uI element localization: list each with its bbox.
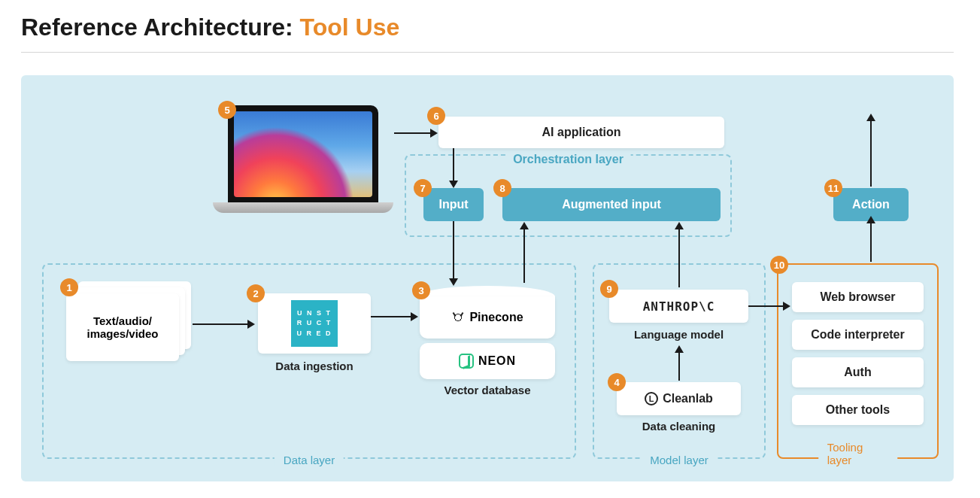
cleanlab-logo: L Cleanlab xyxy=(645,392,713,405)
data-ingestion-caption: Data ingestion xyxy=(258,360,371,372)
orchestration-layer-label: Orchestration layer xyxy=(505,153,631,166)
augmented-input-box: Augmented input xyxy=(502,188,721,221)
pinecone-label: Pinecone xyxy=(469,311,523,324)
badge-8: 8 xyxy=(493,179,511,197)
badge-4: 4 xyxy=(608,373,626,391)
title-prefix: Reference Architecture: xyxy=(21,14,300,41)
badge-2: 2 xyxy=(247,284,265,302)
language-model-box: ANTHROP\C xyxy=(609,290,748,323)
other-tools-box: Other tools xyxy=(792,395,924,425)
arrow-input-to-db xyxy=(453,221,454,280)
arrowhead-action-up xyxy=(866,114,875,121)
neon-mark-icon xyxy=(459,354,474,369)
action-label: Action xyxy=(852,198,890,211)
media-docs-label: Text/audio/ images/video xyxy=(86,314,158,340)
arrow-cleaning-to-lm xyxy=(678,352,680,381)
web-browser-label: Web browser xyxy=(820,290,895,304)
cleanlab-mark-icon: L xyxy=(645,392,658,405)
arrow-lm-to-aug xyxy=(678,229,680,287)
unstructured-logo-l1: U N S T xyxy=(297,308,332,319)
arrowhead-docs-to-ingestion xyxy=(247,320,255,329)
badge-10: 10 xyxy=(770,256,788,274)
arrow-db-to-aug xyxy=(523,229,525,283)
data-layer-label: Data layer xyxy=(275,454,344,466)
auth-box: Auth xyxy=(792,357,924,387)
ai-application-box: AI application xyxy=(438,117,724,148)
title-underline xyxy=(21,52,954,53)
arrowhead-input-to-db xyxy=(449,278,458,286)
arrowhead-lm-to-aug xyxy=(675,222,684,229)
arrowhead-app-to-input xyxy=(449,181,458,188)
pinecone-logo: Pinecone xyxy=(451,311,523,324)
tooling-layer-label: Tooling layer xyxy=(818,441,898,466)
pinecone-mark-icon xyxy=(451,311,465,324)
arrowhead-lm-to-tooling xyxy=(783,302,790,311)
badge-7: 7 xyxy=(414,179,432,197)
code-interpreter-box: Code interpreter xyxy=(792,320,924,350)
vector-database-stack: Pinecone NEON xyxy=(420,286,555,379)
diagram-canvas: Orchestration layer Data layer Model lay… xyxy=(21,75,954,481)
anthropic-logo: ANTHROP\C xyxy=(643,299,715,314)
badge-6: 6 xyxy=(427,107,445,125)
ai-application-label: AI application xyxy=(542,126,621,139)
arrow-docs-to-ingestion xyxy=(193,323,249,325)
web-browser-box: Web browser xyxy=(792,282,924,312)
arrowhead-tooling-to-action xyxy=(866,216,875,223)
title-accent: Tool Use xyxy=(300,14,400,41)
arrow-ingestion-to-db xyxy=(371,316,412,317)
arrowhead-db-to-aug xyxy=(520,222,529,229)
neon-label: NEON xyxy=(478,354,516,368)
augmented-input-label: Augmented input xyxy=(562,198,661,211)
data-ingestion-box: U N S T R U C T U R E D xyxy=(258,293,371,354)
unstructured-logo-l2: R U C T xyxy=(297,318,332,329)
arrow-app-to-input xyxy=(453,148,454,182)
badge-11: 11 xyxy=(824,179,842,197)
vector-database-caption: Vector database xyxy=(420,384,555,396)
language-model-caption: Language model xyxy=(609,328,748,341)
input-label: Input xyxy=(438,198,468,211)
other-tools-label: Other tools xyxy=(826,403,890,417)
badge-5: 5 xyxy=(218,101,236,119)
arrow-tooling-to-action xyxy=(870,223,872,262)
arrowhead-laptop-to-app xyxy=(430,129,438,138)
anthropic-label: ANTHROP\C xyxy=(643,299,715,314)
arrow-lm-to-tooling xyxy=(748,305,784,307)
cleanlab-label: Cleanlab xyxy=(663,392,713,405)
arrowhead-cleaning-to-lm xyxy=(675,345,684,353)
badge-1: 1 xyxy=(60,278,78,296)
input-box: Input xyxy=(423,188,484,221)
neon-logo: NEON xyxy=(459,354,516,369)
arrow-laptop-to-app xyxy=(394,132,432,134)
unstructured-logo: U N S T R U C T U R E D xyxy=(291,300,338,347)
code-interpreter-label: Code interpreter xyxy=(811,328,904,342)
auth-label: Auth xyxy=(844,366,871,379)
badge-3: 3 xyxy=(412,281,430,299)
model-layer-label: Model layer xyxy=(641,454,718,466)
data-cleaning-box: L Cleanlab xyxy=(617,382,741,415)
laptop-icon xyxy=(213,105,393,226)
badge-9: 9 xyxy=(600,280,618,298)
data-cleaning-caption: Data cleaning xyxy=(617,420,741,433)
unstructured-logo-l3: U R E D xyxy=(296,329,332,339)
arrow-action-up xyxy=(870,120,872,187)
arrowhead-ingestion-to-db xyxy=(411,312,418,321)
page-title: Reference Architecture: Tool Use xyxy=(0,0,980,52)
